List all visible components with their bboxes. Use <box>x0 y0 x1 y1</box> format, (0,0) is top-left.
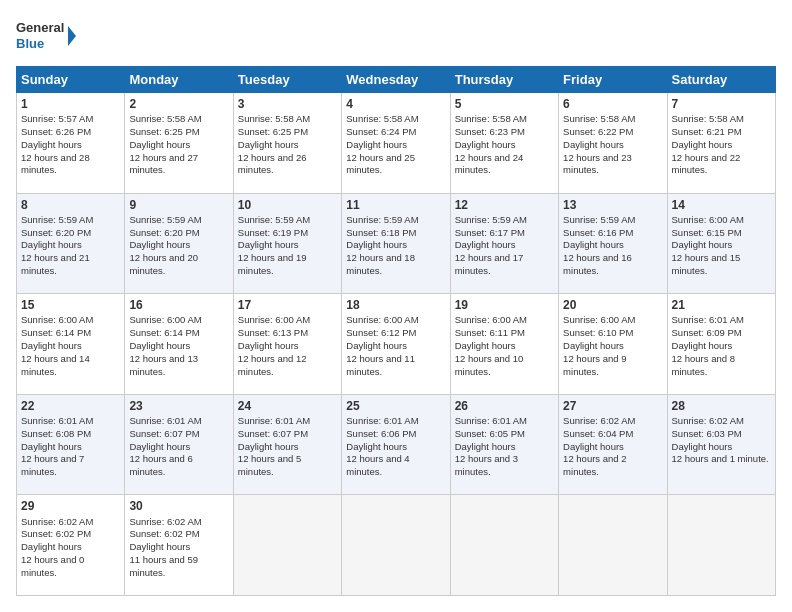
calendar-cell: 29Sunrise: 6:02 AMSunset: 6:02 PMDayligh… <box>17 495 125 596</box>
day-info: Sunrise: 6:02 AMSunset: 6:04 PMDaylight … <box>563 415 635 477</box>
calendar-cell: 12Sunrise: 5:59 AMSunset: 6:17 PMDayligh… <box>450 193 558 294</box>
day-number: 3 <box>238 96 337 112</box>
day-number: 12 <box>455 197 554 213</box>
day-info: Sunrise: 5:58 AMSunset: 6:25 PMDaylight … <box>238 113 310 175</box>
day-number: 1 <box>21 96 120 112</box>
calendar-cell: 30Sunrise: 6:02 AMSunset: 6:02 PMDayligh… <box>125 495 233 596</box>
calendar-cell: 20Sunrise: 6:00 AMSunset: 6:10 PMDayligh… <box>559 294 667 395</box>
day-info: Sunrise: 6:01 AMSunset: 6:07 PMDaylight … <box>129 415 201 477</box>
calendar-cell: 14Sunrise: 6:00 AMSunset: 6:15 PMDayligh… <box>667 193 775 294</box>
calendar-cell <box>342 495 450 596</box>
day-info: Sunrise: 5:59 AMSunset: 6:16 PMDaylight … <box>563 214 635 276</box>
calendar-cell: 7Sunrise: 5:58 AMSunset: 6:21 PMDaylight… <box>667 93 775 194</box>
day-info: Sunrise: 5:59 AMSunset: 6:20 PMDaylight … <box>129 214 201 276</box>
day-info: Sunrise: 6:01 AMSunset: 6:05 PMDaylight … <box>455 415 527 477</box>
day-info: Sunrise: 6:01 AMSunset: 6:06 PMDaylight … <box>346 415 418 477</box>
calendar-cell: 24Sunrise: 6:01 AMSunset: 6:07 PMDayligh… <box>233 394 341 495</box>
day-number: 14 <box>672 197 771 213</box>
day-info: Sunrise: 6:02 AMSunset: 6:03 PMDaylight … <box>672 415 769 464</box>
calendar-cell: 21Sunrise: 6:01 AMSunset: 6:09 PMDayligh… <box>667 294 775 395</box>
day-number: 16 <box>129 297 228 313</box>
calendar-cell: 5Sunrise: 5:58 AMSunset: 6:23 PMDaylight… <box>450 93 558 194</box>
day-info: Sunrise: 6:00 AMSunset: 6:10 PMDaylight … <box>563 314 635 376</box>
day-info: Sunrise: 6:01 AMSunset: 6:07 PMDaylight … <box>238 415 310 477</box>
calendar-cell <box>559 495 667 596</box>
header: General Blue <box>16 16 776 56</box>
day-number: 25 <box>346 398 445 414</box>
day-number: 10 <box>238 197 337 213</box>
col-header-wednesday: Wednesday <box>342 67 450 93</box>
calendar-cell: 15Sunrise: 6:00 AMSunset: 6:14 PMDayligh… <box>17 294 125 395</box>
day-number: 17 <box>238 297 337 313</box>
calendar-cell: 17Sunrise: 6:00 AMSunset: 6:13 PMDayligh… <box>233 294 341 395</box>
day-info: Sunrise: 6:00 AMSunset: 6:12 PMDaylight … <box>346 314 418 376</box>
day-number: 30 <box>129 498 228 514</box>
day-number: 24 <box>238 398 337 414</box>
day-info: Sunrise: 5:58 AMSunset: 6:21 PMDaylight … <box>672 113 744 175</box>
day-info: Sunrise: 5:58 AMSunset: 6:25 PMDaylight … <box>129 113 201 175</box>
calendar-cell: 22Sunrise: 6:01 AMSunset: 6:08 PMDayligh… <box>17 394 125 495</box>
day-info: Sunrise: 5:59 AMSunset: 6:20 PMDaylight … <box>21 214 93 276</box>
day-number: 9 <box>129 197 228 213</box>
calendar-cell <box>233 495 341 596</box>
calendar-cell: 27Sunrise: 6:02 AMSunset: 6:04 PMDayligh… <box>559 394 667 495</box>
day-info: Sunrise: 5:58 AMSunset: 6:24 PMDaylight … <box>346 113 418 175</box>
day-info: Sunrise: 6:02 AMSunset: 6:02 PMDaylight … <box>129 516 201 578</box>
day-number: 29 <box>21 498 120 514</box>
calendar-cell: 25Sunrise: 6:01 AMSunset: 6:06 PMDayligh… <box>342 394 450 495</box>
calendar-week-row: 15Sunrise: 6:00 AMSunset: 6:14 PMDayligh… <box>17 294 776 395</box>
day-info: Sunrise: 5:59 AMSunset: 6:17 PMDaylight … <box>455 214 527 276</box>
day-number: 5 <box>455 96 554 112</box>
day-number: 20 <box>563 297 662 313</box>
calendar-cell: 1Sunrise: 5:57 AMSunset: 6:26 PMDaylight… <box>17 93 125 194</box>
svg-text:Blue: Blue <box>16 36 44 51</box>
page: General Blue SundayMondayTuesdayWednesda… <box>0 0 792 612</box>
day-info: Sunrise: 6:00 AMSunset: 6:14 PMDaylight … <box>129 314 201 376</box>
day-info: Sunrise: 6:00 AMSunset: 6:11 PMDaylight … <box>455 314 527 376</box>
day-number: 2 <box>129 96 228 112</box>
calendar-table: SundayMondayTuesdayWednesdayThursdayFrid… <box>16 66 776 596</box>
calendar-cell: 11Sunrise: 5:59 AMSunset: 6:18 PMDayligh… <box>342 193 450 294</box>
calendar-cell: 2Sunrise: 5:58 AMSunset: 6:25 PMDaylight… <box>125 93 233 194</box>
day-number: 23 <box>129 398 228 414</box>
calendar-cell: 23Sunrise: 6:01 AMSunset: 6:07 PMDayligh… <box>125 394 233 495</box>
day-number: 6 <box>563 96 662 112</box>
col-header-sunday: Sunday <box>17 67 125 93</box>
calendar-cell <box>667 495 775 596</box>
day-info: Sunrise: 6:00 AMSunset: 6:14 PMDaylight … <box>21 314 93 376</box>
calendar-week-row: 29Sunrise: 6:02 AMSunset: 6:02 PMDayligh… <box>17 495 776 596</box>
day-info: Sunrise: 6:01 AMSunset: 6:09 PMDaylight … <box>672 314 744 376</box>
col-header-thursday: Thursday <box>450 67 558 93</box>
day-info: Sunrise: 5:59 AMSunset: 6:18 PMDaylight … <box>346 214 418 276</box>
col-header-saturday: Saturday <box>667 67 775 93</box>
day-info: Sunrise: 6:00 AMSunset: 6:13 PMDaylight … <box>238 314 310 376</box>
day-number: 28 <box>672 398 771 414</box>
day-number: 21 <box>672 297 771 313</box>
col-header-monday: Monday <box>125 67 233 93</box>
calendar-week-row: 1Sunrise: 5:57 AMSunset: 6:26 PMDaylight… <box>17 93 776 194</box>
calendar-cell: 3Sunrise: 5:58 AMSunset: 6:25 PMDaylight… <box>233 93 341 194</box>
calendar-week-row: 8Sunrise: 5:59 AMSunset: 6:20 PMDaylight… <box>17 193 776 294</box>
calendar-header-row: SundayMondayTuesdayWednesdayThursdayFrid… <box>17 67 776 93</box>
calendar-cell: 19Sunrise: 6:00 AMSunset: 6:11 PMDayligh… <box>450 294 558 395</box>
day-number: 19 <box>455 297 554 313</box>
col-header-friday: Friday <box>559 67 667 93</box>
svg-marker-2 <box>68 26 76 46</box>
day-number: 27 <box>563 398 662 414</box>
calendar-cell: 8Sunrise: 5:59 AMSunset: 6:20 PMDaylight… <box>17 193 125 294</box>
day-info: Sunrise: 6:01 AMSunset: 6:08 PMDaylight … <box>21 415 93 477</box>
day-number: 7 <box>672 96 771 112</box>
calendar-cell: 9Sunrise: 5:59 AMSunset: 6:20 PMDaylight… <box>125 193 233 294</box>
day-number: 4 <box>346 96 445 112</box>
day-number: 11 <box>346 197 445 213</box>
calendar-cell: 26Sunrise: 6:01 AMSunset: 6:05 PMDayligh… <box>450 394 558 495</box>
calendar-cell: 13Sunrise: 5:59 AMSunset: 6:16 PMDayligh… <box>559 193 667 294</box>
calendar-cell: 10Sunrise: 5:59 AMSunset: 6:19 PMDayligh… <box>233 193 341 294</box>
calendar-cell: 6Sunrise: 5:58 AMSunset: 6:22 PMDaylight… <box>559 93 667 194</box>
day-number: 8 <box>21 197 120 213</box>
logo-svg: General Blue <box>16 16 76 56</box>
calendar-week-row: 22Sunrise: 6:01 AMSunset: 6:08 PMDayligh… <box>17 394 776 495</box>
day-info: Sunrise: 6:00 AMSunset: 6:15 PMDaylight … <box>672 214 744 276</box>
day-info: Sunrise: 5:59 AMSunset: 6:19 PMDaylight … <box>238 214 310 276</box>
day-info: Sunrise: 5:58 AMSunset: 6:23 PMDaylight … <box>455 113 527 175</box>
